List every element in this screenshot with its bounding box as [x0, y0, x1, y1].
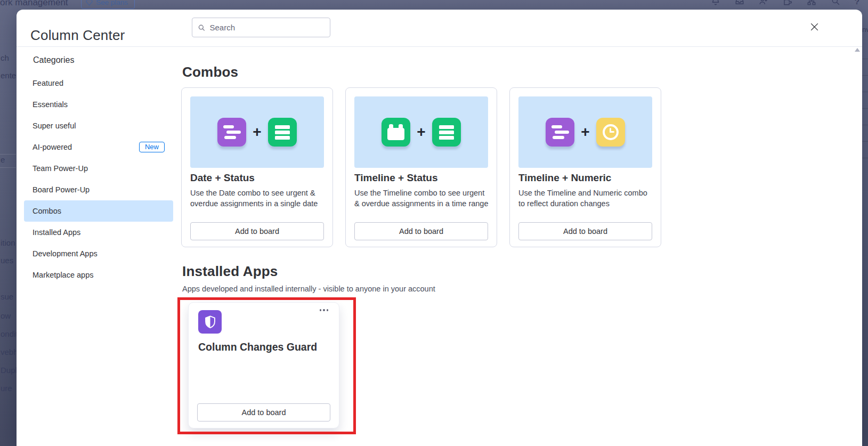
search-icon	[198, 23, 205, 32]
inbox-icon[interactable]	[735, 0, 744, 6]
shield-icon	[198, 310, 222, 334]
gem-icon	[86, 0, 93, 6]
combo-title: Date + Status	[190, 172, 255, 184]
installed-apps-heading: Installed Apps	[182, 263, 278, 280]
background-right-strip: nv	[862, 10, 868, 446]
background-left-fragments: chentereitionuessueowonditvebhDuplure	[0, 0, 17, 446]
sidebar-item-label: Board Power-Up	[33, 185, 90, 194]
sidebar-item-board-power-up[interactable]: Board Power-Up	[24, 179, 173, 200]
background-text-fragment: Dupl	[1, 366, 17, 375]
scroll-up-arrow[interactable]	[855, 48, 860, 52]
bell-icon[interactable]	[711, 0, 720, 6]
sidebar-item-super-useful[interactable]: Super useful	[24, 115, 173, 136]
background-text-fragment: ition	[1, 238, 17, 247]
installed-app-card: Column Changes Guard Add to board	[188, 302, 339, 428]
app-name: Column Changes Guard	[198, 341, 317, 353]
combo-card: + Timeline + Status Use the Timeline com…	[345, 87, 497, 247]
combo-banner: +	[354, 96, 488, 168]
sidebar-item-team-power-up[interactable]: Team Power-Up	[24, 158, 173, 179]
background-text-fragment: ch	[1, 53, 17, 62]
sidebar-item-label: Essentials	[33, 100, 68, 109]
sidebar-item-ai-powered[interactable]: AI-poweredNew	[24, 136, 173, 158]
background-row-line	[862, 158, 868, 158]
background-divider	[0, 167, 16, 168]
search-box[interactable]	[192, 18, 330, 37]
combos-section-heading: Combos	[182, 64, 238, 80]
help-icon[interactable]: ?	[855, 0, 859, 6]
column-center-modal: Column Center Categories FeaturedEssenti…	[17, 10, 862, 446]
status-green-icon	[268, 118, 297, 147]
close-button[interactable]	[808, 20, 821, 33]
combo-card: + Date + Status Use the Date combo to se…	[181, 87, 333, 247]
background-text-fragment: enter	[1, 71, 17, 80]
add-to-board-button[interactable]: Add to board	[190, 222, 324, 240]
sidebar-item-combos[interactable]: Combos	[24, 200, 173, 222]
add-to-board-button[interactable]: Add to board	[518, 222, 652, 240]
invite-icon[interactable]	[759, 0, 768, 6]
background-text-fragment: ow	[1, 311, 17, 320]
background-text-fragment: e	[1, 155, 17, 164]
timeline-purple-icon	[217, 118, 246, 147]
search-input[interactable]	[209, 23, 325, 32]
screen: ork management See plans ? chentereition…	[0, 0, 868, 446]
sidebar-item-essentials[interactable]: Essentials	[24, 94, 173, 115]
close-icon	[809, 22, 820, 32]
sidebar-item-label: Super useful	[33, 121, 76, 130]
sidebar-item-label: AI-powered	[33, 143, 72, 151]
topbar-icons: ?	[711, 0, 859, 6]
status-green-icon	[432, 118, 461, 147]
workspace-title: ork management	[0, 0, 160, 8]
sidebar-item-label: Combos	[33, 207, 61, 215]
background-text-fragment: ure	[1, 384, 17, 393]
background-row-line	[862, 92, 868, 92]
background-text-fragment: sue	[1, 292, 17, 301]
timeline-purple-icon	[546, 118, 574, 147]
background-row-line	[862, 59, 868, 59]
combo-description: Use the Timeline combo to see urgent & o…	[354, 188, 489, 209]
see-plans-button[interactable]: See plans	[81, 0, 135, 9]
add-to-board-button[interactable]: Add to board	[354, 222, 488, 240]
combo-card: + Timeline + Numeric Use the Timeline an…	[509, 87, 661, 247]
combo-description: Use the Timeline and Numeric combo to re…	[518, 188, 653, 209]
combo-cards-row: + Date + Status Use the Date combo to se…	[181, 87, 661, 247]
plus-sign: +	[581, 125, 589, 140]
sidebar-item-label: Featured	[33, 79, 63, 87]
sidebar-category-list: FeaturedEssentialsSuper usefulAI-powered…	[24, 72, 173, 286]
background-divider	[0, 154, 16, 155]
new-badge: New	[139, 142, 165, 152]
apps-icon[interactable]	[783, 0, 792, 6]
background-text-fragment: ondit	[1, 329, 17, 338]
search-icon[interactable]	[831, 0, 840, 6]
sidebar-item-label: Development Apps	[33, 249, 98, 258]
app-options-menu-icon[interactable]	[317, 306, 332, 314]
background-row-line	[862, 108, 868, 109]
sidebar-item-development-apps[interactable]: Development Apps	[24, 243, 173, 264]
sidebar-item-marketplace-apps[interactable]: Marketplace apps	[24, 264, 173, 286]
header-divider	[17, 46, 862, 47]
background-row-line	[862, 125, 868, 125]
modal-title: Column Center	[30, 27, 125, 44]
plus-sign: +	[253, 125, 261, 140]
sidebar-item-label: Team Power-Up	[33, 164, 88, 173]
combo-description: Use the Date combo to see urgent & overd…	[190, 188, 325, 209]
plus-sign: +	[417, 125, 425, 140]
background-text-fragment: vebh	[1, 347, 17, 356]
background-right-fragment: nv	[862, 26, 868, 34]
org-chart-icon[interactable]	[807, 0, 816, 6]
sidebar-item-label: Marketplace apps	[33, 271, 93, 279]
add-to-board-button[interactable]: Add to board	[197, 403, 330, 421]
sidebar-item-installed-apps[interactable]: Installed Apps	[24, 222, 173, 243]
combo-title: Timeline + Status	[354, 172, 437, 184]
combo-banner: +	[518, 96, 652, 168]
combo-banner: +	[190, 96, 324, 168]
installed-apps-subtitle: Apps developed and installed internally …	[182, 285, 435, 293]
background-row-line	[862, 75, 868, 76]
see-plans-label: See plans	[96, 0, 128, 6]
background-row-line	[862, 141, 868, 142]
clock-yellow-icon	[596, 118, 625, 147]
sidebar-item-featured[interactable]: Featured	[24, 72, 173, 94]
sidebar-heading: Categories	[33, 55, 74, 65]
background-text-fragment: ues	[1, 256, 17, 265]
sidebar-item-label: Installed Apps	[33, 228, 80, 237]
combo-title: Timeline + Numeric	[518, 172, 611, 184]
